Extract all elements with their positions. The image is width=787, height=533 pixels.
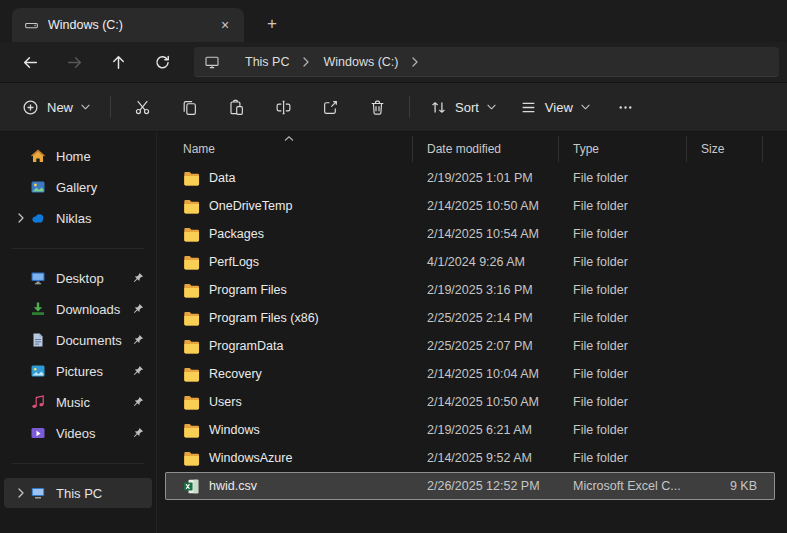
more-icon [617,99,634,116]
breadcrumb-chevron-icon[interactable] [296,57,316,67]
file-name: hwid.csv [209,479,257,493]
folder-icon [183,198,200,215]
sidebar-item-niklas[interactable]: Niklas [4,203,152,233]
file-name: Recovery [209,367,262,381]
cut-button[interactable] [119,89,166,125]
tab-title: Windows (C:) [48,18,205,32]
sort-button[interactable]: Sort [418,89,508,125]
pin-icon [132,303,144,315]
file-name-cell: Program Files [165,282,413,299]
delete-button[interactable] [354,89,401,125]
sidebar-item-desktop[interactable]: Desktop [4,263,152,293]
file-row-recovery[interactable]: Recovery2/14/2025 10:04 AMFile folder [165,360,775,388]
file-name: Program Files [209,283,287,297]
more-options-button[interactable] [602,89,649,125]
breadcrumb-windows-c[interactable]: Windows (C:) [316,52,405,72]
sidebar-item-videos[interactable]: Videos [4,418,152,448]
file-size: 9 KB [687,479,763,493]
forward-icon [66,54,83,71]
file-name: Users [209,395,242,409]
share-button[interactable] [307,89,354,125]
column-header-date-modified[interactable]: Date modified [413,136,559,162]
back-icon [22,54,39,71]
forward-button[interactable] [52,46,96,78]
file-name: Data [209,171,235,185]
file-date-modified: 2/25/2025 2:07 PM [413,339,559,353]
downloads-icon [30,301,46,317]
file-type: File folder [559,199,687,213]
refresh-button[interactable] [140,46,184,78]
refresh-icon [154,54,171,71]
folder-icon [183,170,200,187]
file-row-hwid.csv[interactable]: hwid.csv2/26/2025 12:52 PMMicrosoft Exce… [165,472,775,500]
file-row-programdata[interactable]: ProgramData2/25/2025 2:07 PMFile folder [165,332,775,360]
sidebar-item-downloads[interactable]: Downloads [4,294,152,324]
tab-close-button[interactable]: × [214,14,236,36]
chevron-right-icon[interactable] [12,488,30,498]
sidebar: HomeGalleryNiklasDesktopDownloadsDocumen… [0,132,157,533]
file-row-windowsazure[interactable]: WindowsAzure2/14/2025 9:52 AMFile folder [165,444,775,472]
folder-icon [183,226,200,243]
file-name-cell: Packages [165,226,413,243]
sidebar-section-divider [0,449,156,477]
file-type: File folder [559,395,687,409]
address-bar[interactable]: This PC Windows (C:) [194,47,779,77]
column-header-size[interactable]: Size [687,136,763,162]
file-row-data[interactable]: Data2/19/2025 1:01 PMFile folder [165,164,775,192]
file-row-onedrivetemp[interactable]: OneDriveTemp2/14/2025 10:50 AMFile folde… [165,192,775,220]
breadcrumb-this-pc[interactable]: This PC [238,52,296,72]
new-icon [22,99,39,116]
copy-button[interactable] [166,89,213,125]
file-date-modified: 2/14/2025 10:04 AM [413,367,559,381]
sidebar-item-gallery[interactable]: Gallery [4,172,152,202]
pin-icon [132,272,144,284]
sidebar-item-label: Videos [56,426,132,441]
file-type: File folder [559,451,687,465]
gallery-icon [30,179,46,195]
pin-icon [132,365,144,377]
file-name-cell: PerfLogs [165,254,413,271]
file-name-cell: hwid.csv [165,478,413,495]
file-type: File folder [559,367,687,381]
toolbar-separator [409,96,410,118]
paste-icon [228,99,245,116]
back-button[interactable] [8,46,52,78]
chevron-down-icon [581,104,590,110]
sort-button-label: Sort [455,100,479,115]
new-tab-button[interactable]: + [258,10,286,38]
copy-icon [181,99,198,116]
titlebar: Windows (C:) × + [0,0,787,42]
file-row-perflogs[interactable]: PerfLogs4/1/2024 9:26 AMFile folder [165,248,775,276]
sidebar-item-documents[interactable]: Documents [4,325,152,355]
sidebar-item-home[interactable]: Home [4,141,152,171]
file-date-modified: 2/14/2025 10:54 AM [413,227,559,241]
column-header-name[interactable]: Name [165,136,413,162]
file-name: Program Files (x86) [209,311,319,325]
sidebar-item-label: Music [56,395,132,410]
sidebar-item-this-pc[interactable]: This PC [4,478,152,508]
file-type: File folder [559,339,687,353]
breadcrumb-chevron-icon[interactable] [405,57,425,67]
file-row-windows[interactable]: Windows2/19/2025 6:21 AMFile folder [165,416,775,444]
sidebar-item-music[interactable]: Music [4,387,152,417]
sidebar-item-pictures[interactable]: Pictures [4,356,152,386]
tab-windows-c[interactable]: Windows (C:) × [12,8,244,42]
rename-button[interactable] [260,89,307,125]
chevron-down-icon [81,104,90,110]
up-button[interactable] [96,46,140,78]
column-header-label: Name [183,142,215,156]
file-row-users[interactable]: Users2/14/2025 10:50 AMFile folder [165,388,775,416]
file-name-cell: Recovery [165,366,413,383]
paste-button[interactable] [213,89,260,125]
column-header-type[interactable]: Type [559,136,687,162]
delete-icon [369,99,386,116]
file-row-program-files[interactable]: Program Files2/19/2025 3:16 PMFile folde… [165,276,775,304]
file-pane: Name Date modified Type Size Data2/19/20… [157,132,787,533]
column-header-label: Size [701,142,724,156]
view-button[interactable]: View [508,89,602,125]
file-row-packages[interactable]: Packages2/14/2025 10:54 AMFile folder [165,220,775,248]
column-header-label: Type [573,142,599,156]
new-button[interactable]: New [10,89,102,125]
chevron-right-icon[interactable] [12,213,30,223]
file-row-program-files-x86-[interactable]: Program Files (x86)2/25/2025 2:14 PMFile… [165,304,775,332]
